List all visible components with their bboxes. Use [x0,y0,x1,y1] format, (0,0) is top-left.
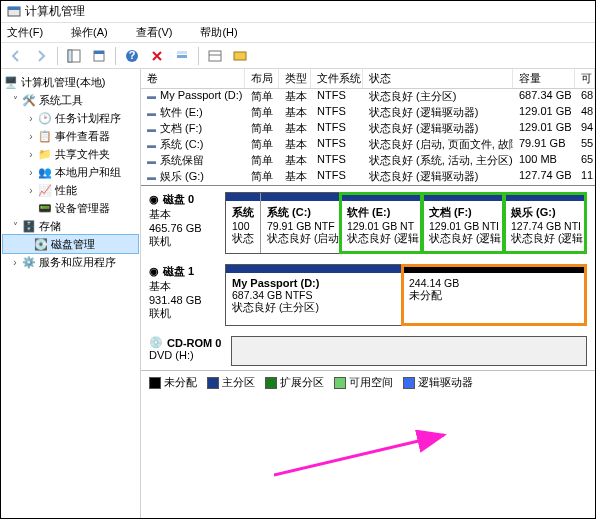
cell-vol: 娱乐 (G:) [141,169,245,185]
disk-1-header: ◉磁盘 1 基本 931.48 GB 联机 [149,264,225,326]
cdrom-0[interactable]: 💿CD-ROM 0 DVD (H:) [141,330,595,370]
back-button[interactable] [5,45,27,67]
cell-type: 基本 [279,137,311,153]
cell-vol: 文档 (F:) [141,121,245,137]
volume-row[interactable]: My Passport (D:)简单基本NTFS状态良好 (主分区)687.34… [141,89,595,105]
collapse-icon[interactable]: ˅ [9,221,21,232]
tree-task-scheduler[interactable]: ›🕑任务计划程序 [3,109,138,127]
volume-list-header: 卷 布局 类型 文件系统 状态 容量 可 [141,69,595,89]
expand-icon[interactable]: › [25,167,37,178]
tree-event-viewer[interactable]: ›📋事件查看器 [3,127,138,145]
action-button[interactable] [171,45,193,67]
disk-0-partitions: 系统100状态系统 (C:)79.91 GB NTF状态良好 (启动软件 (E:… [225,192,587,254]
tools-icon: 🛠️ [21,94,37,107]
tree-local-users[interactable]: ›👥本地用户和组 [3,163,138,181]
menu-view[interactable]: 查看(V) [136,25,187,40]
cell-layout: 简单 [245,137,279,153]
menu-action[interactable]: 操作(A) [71,25,122,40]
cell-layout: 简单 [245,169,279,185]
volume-list[interactable]: My Passport (D:)简单基本NTFS状态良好 (主分区)687.34… [141,89,595,185]
legend-unallocated: 未分配 [149,375,197,390]
partition[interactable]: 系统100状态 [226,193,260,253]
folder-icon: 📁 [37,148,53,161]
view-list-button[interactable] [204,45,226,67]
clock-icon: 🕑 [37,112,53,125]
col-capacity[interactable]: 容量 [513,69,575,88]
partition[interactable]: 系统 (C:)79.91 GB NTF状态良好 (启动 [260,193,340,253]
cell-cap: 687.34 GB [513,89,575,105]
view-graphic-button[interactable] [229,45,251,67]
cell-status: 状态良好 (主分区) [363,89,513,105]
expand-icon[interactable]: › [9,257,21,268]
cell-layout: 简单 [245,153,279,169]
show-hide-tree-button[interactable] [63,45,85,67]
separator [57,47,58,65]
tree-shared-folders[interactable]: ›📁共享文件夹 [3,145,138,163]
partition[interactable]: 软件 (E:)129.01 GB NT状态良好 (逻辑 [340,193,422,253]
cell-vol: 系统保留 [141,153,245,169]
col-filesystem[interactable]: 文件系统 [311,69,363,88]
menu-file[interactable]: 文件(F) [7,25,57,40]
tree-root[interactable]: 🖥️计算机管理(本地) [3,73,138,91]
partition[interactable]: 文档 (F:)129.01 GB NTI状态良好 (逻辑 [422,193,504,253]
col-type[interactable]: 类型 [279,69,311,88]
device-icon: 📟 [37,202,53,215]
cell-layout: 简单 [245,105,279,121]
cell-fs: NTFS [311,105,363,121]
computer-icon: 🖥️ [3,76,19,89]
cell-free: 68 [575,89,595,105]
disk-1[interactable]: ◉磁盘 1 基本 931.48 GB 联机 My Passport (D:)68… [141,258,595,330]
volume-row[interactable]: 系统保留简单基本NTFS状态良好 (系统, 活动, 主分区)100 MB65 [141,153,595,169]
legend-extended: 扩展分区 [265,375,324,390]
event-icon: 📋 [37,130,53,143]
forward-button[interactable] [30,45,52,67]
tree-disk-management[interactable]: 💽磁盘管理 [3,235,138,253]
col-status[interactable]: 状态 [363,69,513,88]
partition[interactable]: 244.14 GB未分配 [402,265,586,325]
collapse-icon[interactable]: ˅ [9,95,21,106]
cell-layout: 简单 [245,121,279,137]
cell-cap: 129.01 GB [513,121,575,137]
svg-text:?: ? [129,49,136,61]
disk-0[interactable]: ◉磁盘 0 基本 465.76 GB 联机 系统100状态系统 (C:)79.9… [141,186,595,258]
tree-device-manager[interactable]: 📟设备管理器 [3,199,138,217]
svg-rect-9 [177,51,187,54]
col-free[interactable]: 可 [575,69,595,88]
delete-button[interactable] [146,45,168,67]
volume-row[interactable]: 文档 (F:)简单基本NTFS状态良好 (逻辑驱动器)129.01 GB94 [141,121,595,137]
tree-services-apps[interactable]: ›⚙️服务和应用程序 [3,253,138,271]
partition[interactable]: 娱乐 (G:)127.74 GB NTI状态良好 (逻辑 [504,193,586,253]
disk-icon: ◉ [149,193,159,206]
expand-icon[interactable]: › [25,131,37,142]
volume-row[interactable]: 软件 (E:)简单基本NTFS状态良好 (逻辑驱动器)129.01 GB48 [141,105,595,121]
separator [198,47,199,65]
volume-row[interactable]: 系统 (C:)简单基本NTFS状态良好 (启动, 页面文件, 故障转储, 主分区… [141,137,595,153]
expand-icon[interactable]: › [25,185,37,196]
svg-rect-8 [177,55,187,58]
disk-1-partitions: My Passport (D:)687.34 GB NTFS状态良好 (主分区)… [225,264,587,326]
col-volume[interactable]: 卷 [141,69,245,88]
cdrom-icon: 💿 [149,336,163,349]
svg-rect-10 [209,51,221,61]
cell-status: 状态良好 (逻辑驱动器) [363,105,513,121]
cell-cap: 79.91 GB [513,137,575,153]
navigation-tree[interactable]: 🖥️计算机管理(本地) ˅🛠️系统工具 ›🕑任务计划程序 ›📋事件查看器 ›📁共… [1,69,141,518]
expand-icon[interactable]: › [25,113,37,124]
partition[interactable]: My Passport (D:)687.34 GB NTFS状态良好 (主分区) [226,265,402,325]
tree-performance[interactable]: ›📈性能 [3,181,138,199]
tree-storage[interactable]: ˅🗄️存储 [3,217,138,235]
cell-free: 11 [575,169,595,185]
tree-systools[interactable]: ˅🛠️系统工具 [3,91,138,109]
cell-free: 48 [575,105,595,121]
col-layout[interactable]: 布局 [245,69,279,88]
cell-cap: 129.01 GB [513,105,575,121]
disk-graphical-view[interactable]: ◉磁盘 0 基本 465.76 GB 联机 系统100状态系统 (C:)79.9… [141,185,595,518]
volume-row[interactable]: 娱乐 (G:)简单基本NTFS状态良好 (逻辑驱动器)127.74 GB11 [141,169,595,185]
expand-icon[interactable]: › [25,149,37,160]
properties-button[interactable] [88,45,110,67]
cell-status: 状态良好 (逻辑驱动器) [363,121,513,137]
help-button[interactable]: ? [121,45,143,67]
cell-type: 基本 [279,169,311,185]
legend: 未分配 主分区 扩展分区 可用空间 逻辑驱动器 [141,370,595,394]
menu-help[interactable]: 帮助(H) [200,25,251,40]
